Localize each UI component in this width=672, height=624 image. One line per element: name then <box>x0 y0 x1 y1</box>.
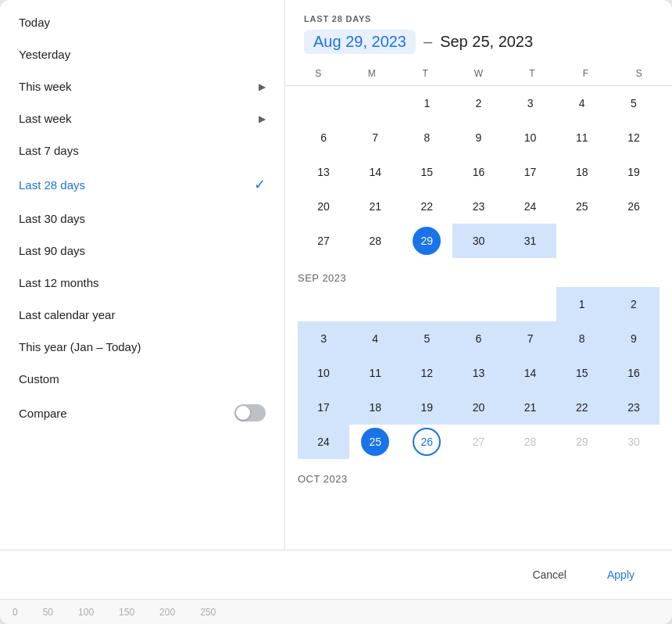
day-cell[interactable]: 17 <box>298 390 349 425</box>
day-cell[interactable]: 17 <box>505 155 556 189</box>
chart-tick: 0 <box>13 607 18 618</box>
day-cell[interactable]: 11 <box>349 356 401 390</box>
day-cell[interactable]: 5 <box>401 321 452 356</box>
day-cell[interactable]: 8 <box>556 321 608 356</box>
menu-item-last-28-days[interactable]: Last 28 days✓ <box>0 167 284 203</box>
day-cell[interactable]: 5 <box>608 86 659 120</box>
day-cell[interactable]: 14 <box>505 356 556 390</box>
day-cell[interactable]: 22 <box>556 390 608 425</box>
menu-item-label-last-7-days: Last 7 days <box>19 144 79 157</box>
day-cell[interactable]: 12 <box>401 356 452 390</box>
day-cell[interactable]: 2 <box>452 86 504 120</box>
menu-item-last-12-months[interactable]: Last 12 months <box>0 267 284 299</box>
day-cell[interactable]: 9 <box>452 120 504 155</box>
menu-item-label-last-28-days: Last 28 days <box>19 178 85 192</box>
day-cell[interactable]: 28 <box>505 425 556 459</box>
chevron-right-icon: ▶ <box>259 113 266 124</box>
cancel-button[interactable]: Cancel <box>517 561 582 588</box>
day-cell <box>401 287 452 321</box>
day-cell[interactable]: 28 <box>349 224 401 258</box>
day-number: 16 <box>464 158 492 186</box>
day-cell[interactable]: 7 <box>349 120 401 155</box>
day-cell[interactable]: 24 <box>298 425 349 459</box>
day-cell[interactable]: 30 <box>608 425 659 459</box>
day-cell[interactable]: 13 <box>298 155 349 189</box>
day-cell[interactable]: 19 <box>401 390 452 425</box>
day-cell[interactable]: 4 <box>349 321 401 356</box>
day-number: 21 <box>517 393 545 421</box>
day-cell[interactable]: 7 <box>505 321 556 356</box>
range-label: LAST 28 DAYS <box>304 14 653 23</box>
day-cell[interactable]: 6 <box>298 120 349 155</box>
menu-item-custom[interactable]: Custom <box>0 363 284 395</box>
day-cell[interactable]: 1 <box>401 86 452 120</box>
day-cell[interactable]: 12 <box>608 120 659 155</box>
day-cell[interactable]: 24 <box>505 189 556 224</box>
day-cell[interactable]: 3 <box>298 321 349 356</box>
day-cell[interactable]: 10 <box>298 356 349 390</box>
dialog-footer: Cancel Apply <box>0 550 672 599</box>
day-cell[interactable]: 20 <box>452 390 504 425</box>
compare-toggle[interactable] <box>234 404 266 421</box>
day-cell[interactable]: 15 <box>401 155 452 189</box>
day-cell[interactable]: 29 <box>401 224 452 258</box>
day-cell[interactable]: 27 <box>298 224 349 258</box>
day-cell[interactable]: 25 <box>349 425 401 459</box>
day-cell[interactable]: 16 <box>608 356 659 390</box>
day-cell[interactable]: 8 <box>401 120 452 155</box>
day-cell[interactable]: 18 <box>349 390 401 425</box>
day-cell[interactable]: 20 <box>298 189 349 224</box>
day-cell[interactable]: 23 <box>608 390 659 425</box>
day-number: 1 <box>413 89 441 117</box>
day-cell[interactable]: 18 <box>556 155 608 189</box>
menu-item-last-week[interactable]: Last week▶ <box>0 102 284 134</box>
day-cell[interactable]: 23 <box>452 189 504 224</box>
day-cell[interactable]: 26 <box>401 425 452 459</box>
day-number: 3 <box>517 89 545 117</box>
day-number: 12 <box>413 359 441 387</box>
dow-header-cell: W <box>452 62 505 85</box>
day-cell[interactable]: 3 <box>505 86 556 120</box>
day-number: 30 <box>620 428 648 456</box>
day-cell[interactable]: 31 <box>505 224 556 258</box>
day-cell[interactable]: 29 <box>556 425 608 459</box>
day-cell[interactable]: 27 <box>452 425 504 459</box>
day-cell[interactable]: 15 <box>556 356 608 390</box>
menu-item-this-week[interactable]: This week▶ <box>0 70 284 102</box>
day-cell[interactable]: 6 <box>452 321 504 356</box>
day-cell[interactable]: 22 <box>401 189 452 224</box>
menu-item-last-90-days[interactable]: Last 90 days <box>0 235 284 267</box>
day-cell[interactable]: 10 <box>505 120 556 155</box>
day-cell[interactable]: 1 <box>556 287 608 321</box>
day-cell[interactable]: 2 <box>608 287 659 321</box>
day-number: 6 <box>309 124 338 152</box>
day-cell[interactable]: 26 <box>608 189 659 224</box>
day-cell[interactable]: 16 <box>452 155 504 189</box>
menu-item-today[interactable]: Today <box>0 6 284 38</box>
day-cell[interactable]: 11 <box>556 120 608 155</box>
day-cell[interactable]: 13 <box>452 356 504 390</box>
day-number: 27 <box>464 428 492 456</box>
menu-item-label-custom: Custom <box>19 372 59 386</box>
date-range-display: Aug 29, 2023 – Sep 25, 2023 <box>304 30 653 54</box>
day-number: 13 <box>309 158 338 186</box>
day-cell[interactable]: 21 <box>505 390 556 425</box>
day-cell <box>298 86 349 120</box>
menu-item-last-7-days[interactable]: Last 7 days <box>0 134 284 167</box>
day-cell[interactable]: 25 <box>556 189 608 224</box>
day-cell[interactable]: 14 <box>349 155 401 189</box>
start-date-chip[interactable]: Aug 29, 2023 <box>304 30 416 54</box>
day-cell[interactable]: 19 <box>608 155 659 189</box>
day-cell[interactable]: 30 <box>452 224 504 258</box>
day-cell[interactable]: 4 <box>556 86 608 120</box>
day-cell[interactable]: 9 <box>608 321 659 356</box>
day-cell[interactable]: 21 <box>349 189 401 224</box>
apply-button[interactable]: Apply <box>588 561 653 588</box>
menu-item-this-year[interactable]: This year (Jan – Today) <box>0 331 284 363</box>
menu-item-last-calendar-year[interactable]: Last calendar year <box>0 299 284 331</box>
menu-item-last-30-days[interactable]: Last 30 days <box>0 203 284 235</box>
dow-header: SMTWTFS <box>285 62 672 86</box>
day-number: 9 <box>464 124 492 152</box>
calendar-scroll[interactable]: 1234567891011121314151617181920212223242… <box>285 86 672 550</box>
menu-item-yesterday[interactable]: Yesterday <box>0 38 284 70</box>
